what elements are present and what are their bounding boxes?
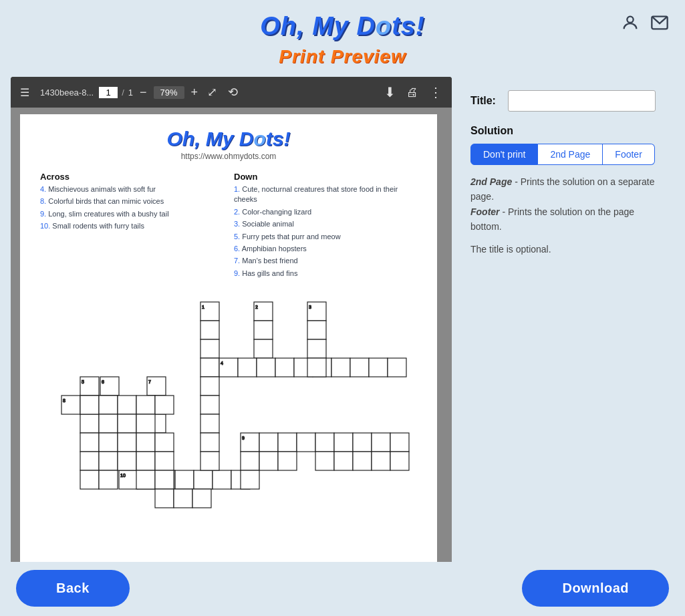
pdf-logo: Oh, My Dots! (40, 128, 417, 150)
zoom-out-button[interactable]: − (138, 86, 148, 100)
svg-rect-50 (278, 433, 297, 452)
svg-rect-71 (99, 414, 118, 433)
clue-down-5: 5. Furry pets that purr and meow (234, 232, 417, 242)
clues-container: Across 4. Mischievous animals with soft … (40, 172, 417, 281)
svg-rect-95 (372, 452, 390, 470)
zoom-in-button[interactable]: + (190, 86, 200, 100)
pdf-viewer: ☰ 1430beea-8... / 1 − + ⤢ ⟲ ⬇ 🖨 ⋮ Oh, My… (11, 77, 452, 562)
fit-page-icon[interactable]: ⤢ (204, 84, 220, 101)
svg-rect-68 (200, 452, 219, 470)
account-icon[interactable] (621, 13, 640, 32)
svg-rect-92 (315, 452, 334, 470)
svg-rect-86 (174, 489, 192, 508)
svg-rect-53 (334, 433, 353, 452)
svg-rect-73 (99, 452, 118, 470)
svg-rect-79 (136, 433, 155, 452)
svg-rect-21 (331, 358, 350, 377)
svg-rect-76 (118, 433, 136, 452)
mail-icon[interactable] (650, 13, 669, 32)
crossword-grid: 1 2 3 4 (40, 289, 417, 529)
svg-rect-90 (259, 452, 278, 470)
svg-rect-66 (200, 414, 219, 433)
pdf-page: Oh, My Dots! https://www.ohmydots.com Ac… (20, 114, 437, 562)
clue-across-8: 8. Colorful birds that can mimic voices (40, 196, 223, 206)
pdf-toolbar: ☰ 1430beea-8... / 1 − + ⤢ ⟲ ⬇ 🖨 ⋮ (11, 77, 452, 108)
title-optional: The title is optional. (470, 244, 656, 255)
across-clues: Across 4. Mischievous animals with soft … (40, 172, 223, 281)
svg-rect-64 (200, 377, 219, 396)
desc-footer-italic: Footer (470, 206, 500, 217)
title-input[interactable] (508, 90, 656, 112)
pdf-viewer-body[interactable]: Oh, My Dots! https://www.ohmydots.com Ac… (11, 108, 452, 562)
menu-icon[interactable]: ☰ (17, 85, 32, 100)
svg-rect-70 (307, 358, 326, 377)
svg-rect-97 (390, 452, 409, 470)
svg-rect-54 (353, 433, 372, 452)
solution-tabs: Don't print 2nd Page Footer (470, 144, 656, 165)
pdf-page-info: / 1 (99, 87, 133, 98)
solution-description: 2nd Page - Prints the solution on a sepa… (470, 174, 656, 235)
print-icon[interactable]: 🖨 (404, 84, 421, 101)
svg-rect-55 (372, 433, 390, 452)
svg-rect-94 (353, 452, 372, 470)
page-separator: / (122, 88, 124, 98)
down-clues: Down 1. Cute, nocturnal creatures that s… (234, 172, 417, 281)
svg-rect-69 (307, 339, 326, 358)
svg-rect-78 (136, 414, 155, 433)
svg-rect-52 (315, 433, 334, 452)
solution-label: Solution (470, 125, 656, 137)
svg-rect-29 (80, 433, 99, 452)
svg-text:2: 2 (255, 305, 258, 309)
svg-rect-18 (275, 358, 294, 377)
svg-text:8: 8 (63, 398, 65, 403)
svg-rect-65 (200, 396, 219, 414)
title-row: Title: (470, 90, 656, 112)
clue-down-2: 2. Color-changing lizard (234, 207, 417, 217)
svg-rect-72 (99, 433, 118, 452)
svg-text:5: 5 (82, 379, 84, 384)
pdf-filename: 1430beea-8... (40, 88, 94, 98)
zoom-level[interactable] (154, 86, 184, 99)
total-pages: 1 (128, 88, 133, 98)
svg-rect-74 (99, 470, 118, 489)
svg-rect-51 (297, 433, 315, 452)
svg-text:4: 4 (221, 361, 223, 365)
svg-rect-45 (136, 396, 155, 414)
svg-rect-6 (200, 358, 219, 377)
svg-point-0 (627, 17, 633, 23)
svg-rect-96 (390, 433, 409, 452)
download-button[interactable]: Download (522, 570, 669, 607)
header-icons (621, 13, 669, 32)
flip-icon[interactable]: ⟲ (225, 84, 241, 101)
svg-rect-4 (200, 321, 219, 339)
svg-rect-24 (388, 358, 406, 377)
svg-rect-46 (155, 396, 174, 414)
back-button[interactable]: Back (16, 570, 130, 607)
page-number-input[interactable] (99, 87, 118, 98)
svg-rect-93 (334, 452, 353, 470)
clue-across-10: 10. Small rodents with furry tails (40, 221, 223, 231)
tab-2nd-page[interactable]: 2nd Page (538, 144, 603, 165)
more-options-icon[interactable]: ⋮ (426, 83, 445, 102)
svg-rect-89 (241, 470, 259, 489)
svg-text:9: 9 (242, 436, 245, 440)
svg-rect-13 (307, 321, 326, 339)
tab-dont-print[interactable]: Don't print (470, 144, 538, 165)
clue-down-6: 6. Amphibian hopsters (234, 244, 417, 254)
svg-rect-22 (350, 358, 369, 377)
download-pdf-icon[interactable]: ⬇ (382, 83, 398, 102)
down-label: Down (234, 172, 417, 182)
svg-rect-77 (118, 452, 136, 470)
svg-text:10: 10 (120, 473, 126, 478)
crossword-svg: 1 2 3 4 (40, 289, 414, 529)
svg-rect-10 (254, 339, 273, 358)
page-subtitle: Print Preview (0, 46, 685, 67)
tab-footer[interactable]: Footer (603, 144, 654, 165)
svg-rect-23 (369, 358, 388, 377)
svg-rect-49 (259, 433, 278, 452)
clue-across-4: 4. Mischievous animals with soft fur (40, 184, 223, 194)
svg-rect-60 (175, 470, 194, 489)
clue-down-1: 1. Cute, nocturnal creatures that store … (234, 184, 417, 205)
svg-rect-88 (241, 452, 259, 470)
clue-down-9: 9. Has gills and fins (234, 269, 417, 279)
